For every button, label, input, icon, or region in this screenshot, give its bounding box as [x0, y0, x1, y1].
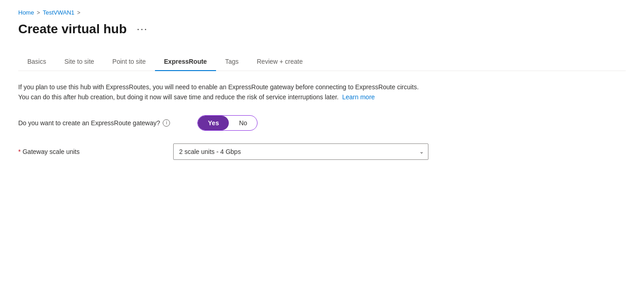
gateway-scale-dropdown[interactable]: 1 scale unit - 2 Gbps 2 scale units - 4 … — [173, 143, 428, 160]
tabs-row: Basics Site to site Point to site Expres… — [18, 53, 626, 71]
breadcrumb-separator-1: > — [37, 10, 40, 16]
breadcrumb: Home > TestVWAN1 > — [18, 9, 626, 16]
toggle-no[interactable]: No — [229, 116, 257, 130]
learn-more-link[interactable]: Learn more — [342, 93, 375, 101]
tab-expressroute[interactable]: ExpressRoute — [155, 53, 216, 71]
breadcrumb-separator-2: > — [77, 10, 80, 16]
tab-tags[interactable]: Tags — [216, 53, 248, 71]
tab-point-to-site[interactable]: Point to site — [103, 53, 155, 71]
tab-review-create[interactable]: Review + create — [248, 53, 312, 71]
breadcrumb-vwan[interactable]: TestVWAN1 — [43, 9, 75, 16]
tab-basics[interactable]: Basics — [18, 53, 55, 71]
page-title-row: Create virtual hub ··· — [18, 21, 626, 37]
gateway-scale-dropdown-container: 1 scale unit - 2 Gbps 2 scale units - 4 … — [173, 143, 428, 160]
gateway-scale-row: * Gateway scale units 1 scale unit - 2 G… — [18, 143, 626, 160]
required-star: * — [18, 148, 21, 155]
tab-site-to-site[interactable]: Site to site — [55, 53, 103, 71]
breadcrumb-home[interactable]: Home — [18, 9, 34, 16]
toggle-group: Yes No — [197, 115, 258, 131]
gateway-label-group: * Gateway scale units — [18, 148, 146, 155]
gateway-scale-label: Gateway scale units — [22, 148, 79, 155]
gateway-question-label: Do you want to create an ExpressRoute ga… — [18, 119, 160, 127]
info-icon[interactable]: i — [163, 119, 170, 127]
gateway-question-row: Do you want to create an ExpressRoute ga… — [18, 115, 626, 131]
ellipsis-button[interactable]: ··· — [133, 21, 151, 37]
toggle-yes[interactable]: Yes — [198, 116, 229, 130]
page-title: Create virtual hub — [18, 22, 127, 36]
gateway-question-label-group: Do you want to create an ExpressRoute ga… — [18, 119, 170, 127]
description-text: If you plan to use this hub with Express… — [18, 82, 428, 102]
